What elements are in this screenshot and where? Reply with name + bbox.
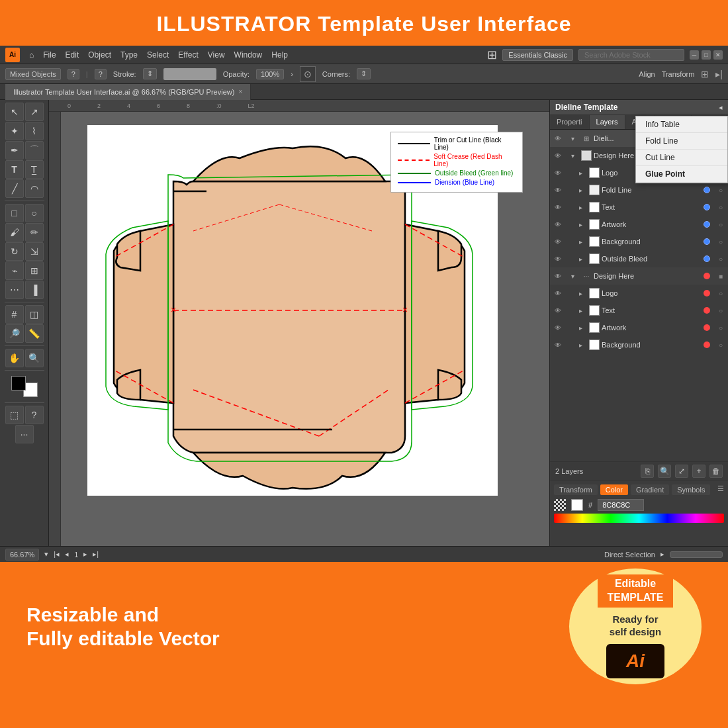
direct-selection-tool[interactable]: ↗: [25, 103, 44, 121]
nav-prev[interactable]: ◂: [65, 550, 69, 559]
tab-properties[interactable]: Properti: [550, 115, 590, 129]
menu-select[interactable]: Select: [143, 49, 173, 61]
symbol-sprayer-tool[interactable]: ⋯: [5, 281, 24, 299]
home-icon[interactable]: ⌂: [25, 49, 38, 61]
page-number[interactable]: 1: [74, 551, 78, 559]
ellipse-tool[interactable]: ○: [25, 204, 44, 222]
transparent-swatch[interactable]: [554, 499, 566, 511]
zoom-tool[interactable]: 🔍: [25, 349, 44, 367]
question-icon-2[interactable]: ?: [95, 69, 107, 79]
menu-window[interactable]: Window: [230, 49, 267, 61]
menu-file[interactable]: File: [39, 49, 60, 61]
align-label[interactable]: Align: [639, 70, 655, 78]
menu-effect[interactable]: Effect: [174, 49, 202, 61]
menu-edit[interactable]: Edit: [62, 49, 83, 61]
lock-g2[interactable]: ■: [716, 271, 725, 281]
more-tools[interactable]: ···: [15, 425, 34, 443]
vis-fold-1[interactable]: 👁: [553, 185, 563, 195]
type-tool[interactable]: T: [5, 160, 24, 179]
vis-logo-1[interactable]: 👁: [553, 167, 563, 178]
vis-ob-1[interactable]: 👁: [553, 253, 563, 264]
chev-bg-1[interactable]: ▸: [579, 238, 587, 246]
gradient-tool[interactable]: ◫: [25, 305, 44, 324]
rectangle-tool[interactable]: □: [5, 204, 24, 222]
visibility-icon-g1[interactable]: 👁: [553, 133, 563, 144]
chev-g2[interactable]: ▾: [571, 273, 579, 280]
measure-tool[interactable]: 📏: [25, 324, 44, 343]
tab-color[interactable]: Color: [600, 484, 628, 495]
stroke-arrows[interactable]: ⇕: [143, 68, 157, 79]
color-spectrum[interactable]: [554, 514, 724, 523]
pencil-tool[interactable]: ✏: [25, 223, 44, 242]
tab-symbols[interactable]: Symbols: [672, 484, 710, 495]
panel-options-icon[interactable]: ⊞: [701, 69, 709, 79]
chevron-g1[interactable]: ▾: [571, 135, 579, 142]
vis-design-here-1[interactable]: 👁: [553, 150, 563, 161]
zoom-dropdown-arrow[interactable]: ▾: [44, 550, 48, 559]
corners-arrows[interactable]: ⇕: [357, 68, 371, 79]
white-swatch[interactable]: [571, 499, 583, 511]
menu-type[interactable]: Type: [116, 49, 142, 61]
layer-artwork-1[interactable]: 👁 ▸ Artwork ○: [550, 216, 728, 233]
curvature-tool[interactable]: ⌒: [25, 141, 44, 159]
column-graph-tool[interactable]: ▐: [25, 281, 44, 299]
layer-text-1[interactable]: 👁 ▸ Text ○: [550, 199, 728, 216]
opacity-arrow[interactable]: ›: [291, 70, 293, 78]
chev-text-2[interactable]: ▸: [579, 307, 587, 314]
fill-color-box[interactable]: [11, 376, 26, 390]
nav-last[interactable]: ▸|: [93, 550, 99, 559]
chev-logo-2[interactable]: ▸: [579, 290, 587, 297]
lock-text-1[interactable]: ○: [716, 203, 725, 212]
vis-text-2[interactable]: 👁: [553, 305, 563, 316]
vis-bg-2[interactable]: 👁: [553, 340, 563, 350]
question-icon-1[interactable]: ?: [68, 69, 79, 79]
paintbrush-tool[interactable]: 🖌: [5, 223, 24, 242]
warp-tool[interactable]: ⌁: [5, 261, 24, 280]
arc-tool[interactable]: ◠: [25, 179, 44, 198]
lock-text-2[interactable]: ○: [716, 306, 725, 315]
vis-text-1[interactable]: 👁: [553, 202, 563, 212]
lock-artwork-1[interactable]: ○: [716, 220, 725, 229]
layer-outside-bleed-1[interactable]: 👁 ▸ Outside Bleed ○: [550, 250, 728, 267]
eyedropper-tool[interactable]: 🔎: [5, 324, 24, 343]
artboard-tool[interactable]: ⬚: [5, 406, 24, 424]
layer-group2-header[interactable]: 👁 ▾ ··· Design Here ■: [550, 267, 728, 285]
nav-first[interactable]: |◂: [54, 550, 60, 559]
lock-bg-2[interactable]: ○: [716, 340, 725, 349]
chev-bg-2[interactable]: ▸: [579, 341, 587, 349]
stroke-color-swatch[interactable]: [163, 68, 216, 80]
scale-tool[interactable]: ⇲: [25, 242, 44, 261]
chev-fold-1[interactable]: ▸: [579, 187, 587, 194]
dieline-item-info-table[interactable]: Info Table: [636, 116, 727, 133]
selection-tool[interactable]: ↖: [5, 103, 24, 121]
magic-wand-tool[interactable]: ✦: [5, 122, 24, 140]
close-button[interactable]: ✕: [713, 50, 723, 60]
vis-artwork-1[interactable]: 👁: [553, 219, 563, 230]
free-transform-tool[interactable]: ⊞: [25, 261, 44, 280]
new-layer-from-selection-btn[interactable]: ⎘: [641, 465, 654, 478]
dieline-item-glue-point[interactable]: Glue Point: [636, 166, 727, 183]
vis-g2[interactable]: 👁: [553, 271, 563, 281]
touch-type-tool[interactable]: T̲: [25, 160, 44, 179]
rotate-tool[interactable]: ↻: [5, 242, 24, 261]
new-layer-btn[interactable]: +: [692, 465, 705, 478]
lasso-tool[interactable]: ⌇: [25, 122, 44, 140]
hand-tool[interactable]: ✋: [5, 349, 24, 367]
move-to-new-layer-btn[interactable]: ⤢: [675, 465, 688, 478]
panel-expand-icon[interactable]: ▸|: [715, 69, 723, 79]
layer-background-1[interactable]: 👁 ▸ Background ○: [550, 233, 728, 250]
dieline-item-cut-line[interactable]: Cut Line: [636, 150, 727, 166]
document-tab[interactable]: Illustrator Template User Interface.ai @…: [5, 84, 251, 100]
hex-input[interactable]: [598, 499, 644, 511]
chev-ob-1[interactable]: ▸: [579, 255, 587, 263]
transform-label[interactable]: Transform: [662, 70, 695, 78]
nav-next[interactable]: ▸: [83, 550, 87, 559]
chev-artwork-1[interactable]: ▸: [579, 221, 587, 228]
vis-artwork-2[interactable]: 👁: [553, 322, 563, 333]
chev-text-1[interactable]: ▸: [579, 204, 587, 211]
lock-artwork-2[interactable]: ○: [716, 323, 725, 332]
mesh-tool[interactable]: #: [5, 305, 24, 324]
lock-bg-1[interactable]: ○: [716, 237, 725, 246]
vis-logo-2[interactable]: 👁: [553, 288, 563, 298]
stock-search-input[interactable]: [578, 49, 684, 61]
